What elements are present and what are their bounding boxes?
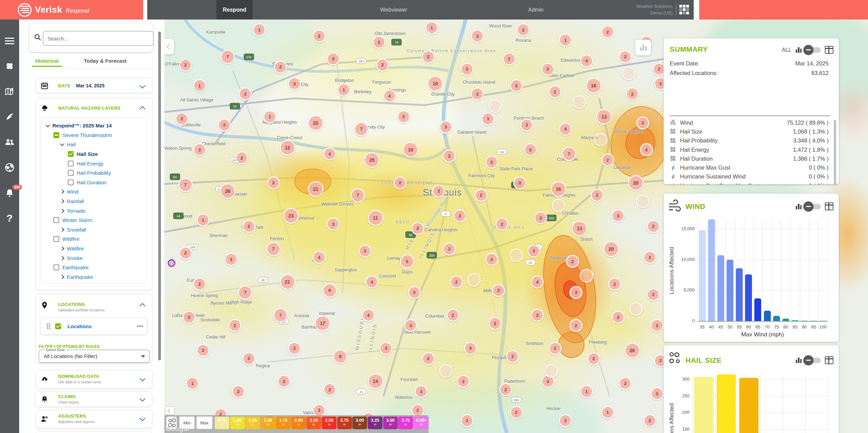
tree-item-label[interactable]: Hail — [67, 141, 76, 147]
map-marker[interactable]: 3 — [313, 404, 326, 417]
map-marker[interactable]: 2 — [450, 275, 463, 288]
map-marker[interactable]: 2 — [619, 50, 632, 63]
tree-item[interactable]: Hail — [41, 140, 146, 149]
checkbox[interactable] — [68, 170, 74, 176]
map-marker[interactable]: 3 — [183, 311, 196, 324]
tree-item[interactable]: Hail Size — [41, 149, 146, 159]
tree-item[interactable]: Snowfall — [41, 225, 146, 235]
bar[interactable] — [819, 321, 826, 321]
map-marker[interactable]: 10 — [403, 142, 418, 158]
map-marker-faded[interactable] — [629, 302, 643, 316]
map-marker[interactable]: 3 — [471, 29, 484, 42]
tree-item[interactable]: Wildfire — [41, 244, 146, 253]
map-marker[interactable]: 3 — [510, 79, 523, 92]
tree-item-label[interactable]: Tornado — [67, 208, 85, 214]
map-marker[interactable]: 2 — [323, 383, 336, 396]
map-marker[interactable]: 2 — [453, 209, 466, 222]
map-marker[interactable]: 2 — [510, 406, 523, 419]
map-marker-faded[interactable] — [594, 133, 607, 146]
map-marker[interactable]: 2 — [446, 309, 460, 322]
date-card[interactable]: DATE Mar 14, 2025 — [35, 78, 152, 93]
map-marker-faded[interactable] — [580, 269, 593, 283]
tree-item-label[interactable]: Winter Storm — [62, 217, 92, 223]
tree-item-label[interactable]: Smoke — [67, 255, 83, 261]
map-marker[interactable]: 2 — [517, 23, 530, 36]
map-marker[interactable]: 4 — [313, 251, 326, 264]
map-marker[interactable]: 2 — [179, 59, 192, 72]
map-marker[interactable]: 25 — [364, 152, 380, 168]
notifications-bell-icon[interactable]: 104 — [5, 188, 14, 198]
drag-handle-icon[interactable] — [47, 323, 48, 325]
map-marker[interactable]: 5 — [400, 254, 414, 269]
map-marker[interactable]: 2 — [432, 185, 445, 198]
checkbox[interactable] — [53, 132, 59, 138]
chevron-up-icon[interactable] — [140, 106, 146, 112]
map-marker[interactable]: 2 — [647, 288, 660, 301]
menu-icon[interactable] — [5, 36, 14, 46]
tree-item-label[interactable]: Severe Thunderstorm — [62, 132, 112, 138]
map-marker[interactable]: 3 — [612, 209, 625, 222]
map-marker[interactable]: 4 — [559, 123, 572, 136]
map-marker[interactable]: 3 — [218, 119, 231, 132]
nav-tab-respond[interactable]: Respond — [216, 0, 253, 20]
map-marker-faded[interactable] — [488, 99, 502, 113]
table-view-icon[interactable] — [825, 356, 833, 364]
more-options-icon[interactable] — [137, 325, 139, 327]
caret-down-icon[interactable] — [60, 142, 64, 146]
map-marker[interactable]: 3 — [408, 286, 421, 299]
map-marker[interactable]: 3 — [242, 352, 255, 365]
map-icon[interactable] — [5, 87, 14, 96]
chart-view-icon[interactable] — [796, 47, 802, 53]
tree-item[interactable]: Wildfire — [41, 234, 146, 244]
map-marker[interactable]: 2 — [274, 61, 287, 74]
bar[interactable] — [736, 268, 743, 321]
map-marker[interactable]: 3 — [404, 319, 417, 332]
map-marker[interactable]: 2 — [411, 404, 424, 417]
map-marker[interactable]: 1 — [186, 377, 199, 390]
map-marker[interactable]: 2 — [485, 156, 498, 169]
map-marker[interactable]: 3 — [358, 245, 372, 258]
map-marker-faded[interactable] — [622, 66, 636, 80]
tree-item[interactable]: Smoke — [41, 253, 146, 263]
map-marker[interactable]: 12 — [280, 140, 295, 156]
chevron-down-icon[interactable] — [140, 396, 146, 402]
map-marker[interactable]: 2 — [492, 284, 505, 297]
map-marker[interactable]: 3 — [527, 245, 540, 258]
tree-item[interactable]: Tornado — [41, 206, 146, 215]
tree-item-label[interactable]: Hail Energy — [77, 161, 103, 166]
map-marker[interactable]: 7 — [178, 178, 193, 192]
table-view-icon[interactable] — [825, 46, 833, 54]
map-marker[interactable]: 14 — [368, 373, 383, 389]
tree-item[interactable]: Earthquake — [41, 272, 146, 282]
locations-checkbox[interactable] — [55, 323, 61, 329]
summary-all-selector[interactable]: ALL — [782, 47, 791, 53]
map-marker[interactable]: 2 — [591, 189, 604, 202]
tree-item-label[interactable]: Respond™: 2025 Mar 14 — [52, 123, 112, 128]
map-marker-faded[interactable] — [467, 273, 481, 287]
map-marker[interactable]: 2 — [499, 383, 512, 396]
tree-item[interactable]: Hail Energy — [41, 159, 146, 168]
map-marker[interactable]: 4 — [365, 275, 378, 288]
feather-icon[interactable] — [5, 112, 14, 122]
map-marker[interactable]: 7 — [221, 50, 235, 64]
map-chart-toggle-button[interactable] — [635, 40, 651, 55]
rule-select[interactable]: Select Rule All Locations (No Filter) — [39, 350, 150, 363]
map-marker[interactable]: 2 — [313, 29, 326, 42]
map-marker[interactable]: 3 — [461, 414, 474, 427]
map-marker[interactable]: 10 — [427, 76, 443, 91]
map-marker[interactable]: 3 — [569, 286, 582, 299]
map-marker[interactable]: 2 — [647, 220, 660, 233]
map-marker[interactable]: 2 — [443, 243, 456, 256]
tree-item[interactable]: Winter Storm — [41, 215, 146, 225]
map-marker[interactable]: 2 — [179, 247, 192, 260]
map-marker[interactable]: 4 — [383, 89, 396, 102]
map-marker[interactable]: 13 — [596, 109, 612, 125]
map-marker[interactable]: 4 — [323, 147, 336, 160]
bar[interactable] — [754, 298, 761, 321]
map-marker[interactable]: 26 — [625, 343, 640, 358]
map-marker[interactable]: 1 — [503, 52, 516, 65]
map-marker[interactable]: 2 — [608, 277, 621, 290]
map-marker-faded[interactable] — [439, 364, 453, 378]
map-marker[interactable]: 20 — [628, 175, 644, 191]
map-marker[interactable]: 2 — [495, 218, 508, 231]
